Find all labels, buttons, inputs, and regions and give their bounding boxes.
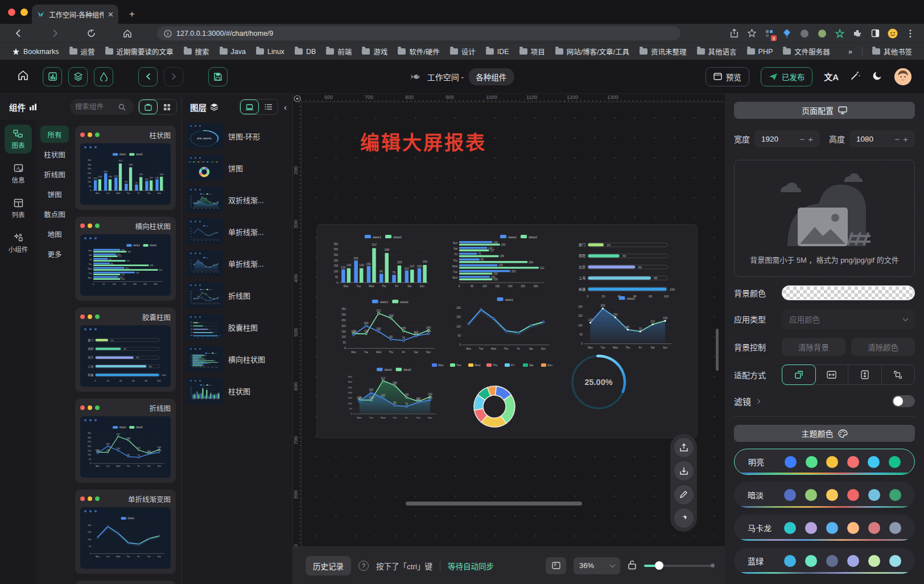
- canvas-chart-line1[interactable]: data1050100150200MonTueWedThuFriSatSun: [449, 295, 552, 360]
- component-card[interactable]: 单折线渐变图data1050100150200MonTueWedThuFriSa…: [75, 490, 176, 574]
- redo-button[interactable]: [164, 67, 183, 86]
- bookmark-folder[interactable]: 设计: [446, 44, 480, 59]
- clear-color-button[interactable]: 清除颜色: [851, 338, 915, 356]
- width-value[interactable]: 1920: [761, 135, 798, 143]
- dark-mode-moon-icon[interactable]: [872, 70, 883, 83]
- fit-stretch-option[interactable]: [882, 365, 915, 384]
- save-button[interactable]: [208, 67, 228, 86]
- new-tab-button[interactable]: +: [125, 7, 139, 21]
- layer-item[interactable]: data1050100150200MonTueWedThuFriSatSun单折…: [182, 216, 292, 247]
- publish-button[interactable]: 已发布: [761, 67, 813, 86]
- bookmark-star-icon[interactable]: [746, 28, 757, 39]
- search-input[interactable]: [70, 99, 134, 115]
- user-avatar[interactable]: [894, 68, 911, 85]
- category-item[interactable]: 散点图: [40, 205, 69, 222]
- green-extension-icon[interactable]: [816, 28, 828, 39]
- bookmark-folder[interactable]: 其他语言: [693, 44, 741, 59]
- language-toggle-icon[interactable]: 文A: [824, 71, 839, 82]
- chrome-menu-icon[interactable]: [905, 28, 916, 39]
- theme-option-明亮[interactable]: 明亮: [734, 449, 915, 475]
- sidebar-nav-list[interactable]: 列表: [5, 194, 32, 223]
- component-card[interactable]: 折线图data1data2050100150200250300350MonTue…: [75, 399, 176, 483]
- height-input[interactable]: 1080 − +: [849, 130, 915, 147]
- width-input[interactable]: 1920 − +: [754, 130, 820, 147]
- history-button[interactable]: 历史记录: [306, 556, 351, 575]
- bookmark-folder[interactable]: IDE: [482, 46, 513, 57]
- edit-icon[interactable]: [674, 485, 694, 504]
- slider-knob[interactable]: [655, 561, 663, 570]
- close-window-button[interactable]: [8, 9, 15, 16]
- layer-item[interactable]: data1data2050100150200250300350MonTueWed…: [182, 375, 292, 407]
- component-card[interactable]: 胶囊柱图厦门20南阳40北京60上海80新疆100020406080100: [75, 308, 176, 392]
- magic-wand-icon[interactable]: [850, 70, 861, 83]
- canvas-chart-area1[interactable]: data1050100150200MonTueWedThuFriSatSun12…: [571, 294, 674, 359]
- horizontal-scrollbar[interactable]: [406, 502, 582, 506]
- bookmarks-label[interactable]: Bookmarks: [8, 46, 63, 57]
- lock-icon[interactable]: [628, 560, 637, 572]
- theme-color-header[interactable]: 主题颜色: [734, 425, 915, 442]
- canvas-text-element[interactable]: 编辑大屏报表: [360, 127, 486, 155]
- canvas-chart-area2[interactable]: data1data2050100150200250300350MonTueWed…: [341, 366, 439, 427]
- theme-option-暗淡[interactable]: 暗淡: [734, 482, 915, 508]
- layer-item[interactable]: data1data2050100150200250300350MonTueWed…: [182, 279, 292, 311]
- search-field[interactable]: [75, 103, 116, 111]
- collapse-panel-icon[interactable]: ‹: [283, 102, 288, 112]
- bookmark-folder[interactable]: 资讯未整理: [636, 44, 691, 59]
- layer-thumbnail-view-toggle[interactable]: [240, 100, 259, 114]
- bookmark-folder[interactable]: 运营: [65, 44, 99, 59]
- category-item[interactable]: 地图: [40, 225, 69, 242]
- layer-item[interactable]: data1data2050100150200250300Sun130160Sat…: [182, 343, 292, 375]
- component-card[interactable]: 横向柱状图data1data2050100150200250300Sun1301…: [75, 217, 176, 301]
- address-bar[interactable]: 127.0.0.1:3000/#/chart/home/9: [157, 26, 680, 40]
- canvas-chart-line2[interactable]: data1data2050100150200250300350MonTueWed…: [334, 297, 438, 362]
- sidebar-nav-widgets[interactable]: 小组件: [5, 229, 32, 258]
- layer-item[interactable]: data1data2050100150200250300350MonTueWed…: [182, 184, 292, 216]
- export-icon[interactable]: [674, 438, 694, 457]
- category-item[interactable]: 柱状图: [40, 146, 69, 163]
- component-card[interactable]: 单折线渐变面积图data1050100150200MonTueWedThuFri…: [75, 581, 176, 584]
- bookmark-folder[interactable]: 文件服务器: [779, 44, 834, 59]
- category-item[interactable]: 饼图: [40, 185, 69, 202]
- import-icon[interactable]: [674, 461, 694, 481]
- bookmark-folder[interactable]: 搜索: [180, 44, 213, 59]
- dashboard-artboard[interactable]: data1data2050100150200250300350MonTueWed…: [317, 225, 697, 438]
- tab-close-icon[interactable]: ✕: [108, 10, 114, 19]
- panel-layout-icon[interactable]: [546, 557, 566, 574]
- extension-badge-icon[interactable]: g: [764, 28, 775, 39]
- layer-item[interactable]: MonTueWedThuFriSatSun饼图: [182, 152, 292, 184]
- category-item[interactable]: 折线图: [40, 165, 69, 183]
- single-view-toggle[interactable]: [139, 100, 158, 114]
- fit-height-option[interactable]: [848, 365, 882, 384]
- gray-extension-icon[interactable]: [799, 28, 810, 39]
- filter-label[interactable]: 滤镜: [734, 395, 760, 407]
- bookmark-folder[interactable]: Linux: [252, 46, 288, 57]
- layer-list-view-toggle[interactable]: [259, 100, 278, 114]
- layer-item[interactable]: 厦门20南阳40北京60上海80新疆100020406080100胶囊柱图: [182, 311, 292, 343]
- zoom-slider[interactable]: [644, 561, 712, 570]
- layers-panel-toggle-button[interactable]: [68, 67, 88, 86]
- app-home-icon[interactable]: [17, 69, 29, 84]
- bookmark-folder[interactable]: 前端: [322, 44, 356, 59]
- theme-option-马卡龙[interactable]: 马卡龙: [734, 515, 915, 541]
- layer-item[interactable]: data1050100150200MonTueWedThuFriSatSun12…: [182, 247, 292, 279]
- vertical-scrollbar[interactable]: [716, 329, 719, 371]
- kite-extension-icon[interactable]: [781, 28, 793, 39]
- fit-width-option[interactable]: [815, 365, 849, 384]
- page-config-header[interactable]: 页面配置: [734, 102, 915, 119]
- bookmark-folder[interactable]: 项目: [515, 44, 549, 59]
- zoom-select[interactable]: 36%: [574, 557, 620, 574]
- bookmark-folder[interactable]: 游戏: [358, 44, 391, 59]
- minimize-window-button[interactable]: [20, 9, 28, 16]
- grid-view-toggle[interactable]: [158, 100, 176, 114]
- sidebar-nav-info[interactable]: A信息: [5, 159, 32, 188]
- width-increment-button[interactable]: +: [806, 134, 815, 144]
- canvas-chart-donut[interactable]: MonTueWedThuFriSatSun: [428, 361, 560, 438]
- project-name[interactable]: 各种组件: [468, 68, 514, 85]
- canvas-grid[interactable]: 编辑大屏报表 data1data2050100150200250300350Mo…: [302, 102, 725, 546]
- other-bookmarks[interactable]: 其他书签: [868, 44, 916, 59]
- browser-tab[interactable]: 工作空间-各种组件 ✕: [32, 5, 118, 24]
- bookmark-folder[interactable]: Java: [216, 46, 250, 57]
- theme-option-蓝绿[interactable]: 蓝绿: [734, 548, 915, 574]
- profile-avatar-icon[interactable]: [887, 28, 898, 39]
- bookmark-folder[interactable]: 近期需要读的文章: [101, 44, 178, 59]
